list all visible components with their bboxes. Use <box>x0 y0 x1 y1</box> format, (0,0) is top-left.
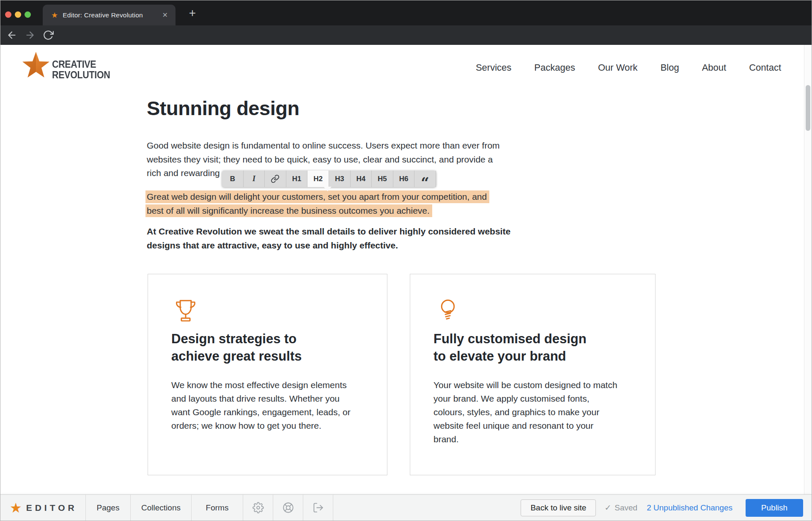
trophy-icon <box>171 296 200 327</box>
site-logo[interactable]: CREATIVE REVOLUTION <box>52 59 110 80</box>
editor-brand: ★ EDITOR <box>0 495 86 521</box>
lightbulb-icon <box>433 296 463 327</box>
browser-window: ★ Editor: Creative Revolution ✕ + https:… <box>0 0 812 521</box>
browser-toolbar: https://www.creativerevolution.com.au /s… <box>0 25 812 45</box>
card-body: Your website will be custom designed to … <box>433 378 617 446</box>
format-heading-h5-button[interactable]: H5 <box>372 171 393 187</box>
highlighted-line: best of all will significantly increase … <box>147 204 489 218</box>
editor-help-button[interactable] <box>273 495 303 521</box>
scrollbar-thumb[interactable] <box>806 85 810 131</box>
check-icon: ✓ <box>604 503 611 513</box>
publish-button[interactable]: Publish <box>746 499 803 517</box>
card-title: Design strategies to achieve great resul… <box>171 330 302 365</box>
format-toolbar: B I H1 H2 H3 H4 H5 H6 “ <box>222 171 436 187</box>
reload-icon[interactable] <box>43 30 54 41</box>
editor-settings-button[interactable] <box>243 495 273 521</box>
browser-tab[interactable]: ★ Editor: Creative Revolution ✕ <box>43 5 176 25</box>
new-tab-button[interactable]: + <box>185 6 200 20</box>
feature-card-custom-design[interactable]: Fully customised design to elevate your … <box>410 274 656 475</box>
exit-icon <box>313 502 324 513</box>
saved-status: ✓ Saved <box>604 503 637 513</box>
gear-icon <box>252 502 264 513</box>
tab-strip: ★ Editor: Creative Revolution ✕ + <box>0 0 812 25</box>
editor-brand-label: EDITOR <box>26 503 77 513</box>
bold-line: designs that are attractive, easy to use… <box>147 238 510 252</box>
logo-line1: CREATIVE <box>52 59 110 70</box>
window-minimize-button[interactable] <box>15 11 21 18</box>
main-nav: Services Packages Our Work Blog About Co… <box>476 62 781 73</box>
editor-star-icon: ★ <box>10 501 22 515</box>
feature-card-strategy[interactable]: Design strategies to achieve great resul… <box>148 274 387 475</box>
tab-title: Editor: Creative Revolution <box>63 11 162 19</box>
tab-close-icon[interactable]: ✕ <box>162 11 168 19</box>
nav-item-our-work[interactable]: Our Work <box>598 62 638 73</box>
web-page: CREATIVE REVOLUTION Services Packages Ou… <box>0 45 812 496</box>
editor-item-pages[interactable]: Pages <box>86 495 131 521</box>
nav-item-packages[interactable]: Packages <box>534 62 575 73</box>
link-icon <box>271 174 280 183</box>
window-zoom-button[interactable] <box>25 11 31 18</box>
editor-bar-right: Back to live site ✓ Saved 2 Unpublished … <box>521 495 812 521</box>
nav-item-about[interactable]: About <box>702 62 727 73</box>
nav-item-services[interactable]: Services <box>476 62 511 73</box>
logo-line2: REVOLUTION <box>52 70 110 80</box>
nav-item-contact[interactable]: Contact <box>749 62 781 73</box>
editor-item-collections[interactable]: Collections <box>131 495 192 521</box>
favicon-star-icon: ★ <box>51 11 58 19</box>
back-icon[interactable] <box>6 30 17 41</box>
window-close-button[interactable] <box>5 11 11 18</box>
lifebuoy-icon <box>283 502 294 513</box>
highlighted-paragraph[interactable]: Great web design will delight your custo… <box>147 190 489 218</box>
logo-star-icon[interactable] <box>22 49 50 82</box>
format-italic-button[interactable]: I <box>244 171 265 187</box>
format-heading-h6-button[interactable]: H6 <box>393 171 415 187</box>
format-heading-h2-button[interactable]: H2 <box>307 171 329 187</box>
intro-line: Good website design is fundamental to on… <box>147 139 500 153</box>
format-link-button[interactable] <box>265 171 286 187</box>
bold-paragraph[interactable]: At Creative Revolution we sweat the smal… <box>147 224 510 252</box>
page-title[interactable]: Stunning design <box>147 96 299 120</box>
card-title: Fully customised design to elevate your … <box>433 330 587 365</box>
saved-label: Saved <box>614 503 637 513</box>
editor-item-forms[interactable]: Forms <box>192 495 243 521</box>
nav-item-blog[interactable]: Blog <box>661 62 679 73</box>
format-heading-h4-button[interactable]: H4 <box>351 171 372 187</box>
editor-bar: ★ EDITOR Pages Collections Forms <box>0 494 812 521</box>
forward-icon[interactable] <box>25 30 36 41</box>
intro-line: websites they visit; they need to be qui… <box>147 153 500 167</box>
page-scrollbar[interactable] <box>804 45 812 496</box>
highlighted-line: Great web design will delight your custo… <box>147 190 489 204</box>
format-quote-button[interactable]: “ <box>414 171 436 187</box>
format-bold-button[interactable]: B <box>222 171 244 187</box>
card-body: We know the most effective design elemen… <box>171 378 351 433</box>
back-to-live-site-button[interactable]: Back to live site <box>521 499 596 516</box>
format-heading-h1-button[interactable]: H1 <box>286 171 308 187</box>
bold-line: At Creative Revolution we sweat the smal… <box>147 224 510 238</box>
editor-exit-button[interactable] <box>303 495 333 521</box>
format-heading-h3-button[interactable]: H3 <box>329 171 351 187</box>
unpublished-changes-link[interactable]: 2 Unpublished Changes <box>647 503 732 513</box>
